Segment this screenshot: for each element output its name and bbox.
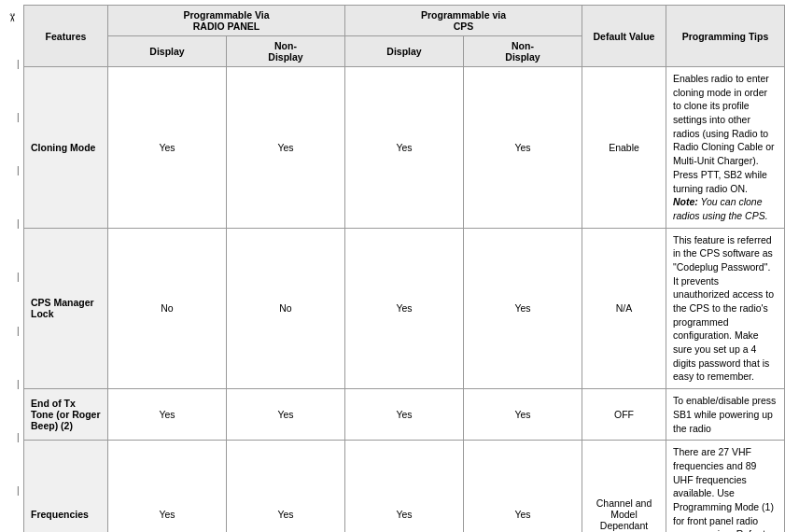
tips-main-0: Enables radio to enter cloning mode in o… — [673, 73, 775, 194]
feature-cell-3: Frequencies — [24, 441, 108, 532]
tips-main-2: To enable/disable press SB1 while poweri… — [673, 395, 776, 433]
cps-nondisplay-3: Yes — [464, 441, 582, 532]
radio-nondisplay-3: Yes — [227, 441, 345, 532]
radio-nondisplay-0: Yes — [227, 67, 345, 229]
cps-display-0: Yes — [345, 67, 464, 229]
table-row: FrequenciesYesYesYesYesChannel and Model… — [24, 441, 785, 532]
cps-nondisplay-1: Yes — [464, 228, 582, 389]
radio-display-0: Yes — [108, 67, 227, 229]
header-features: Features — [24, 6, 108, 67]
radio-display-2: Yes — [108, 389, 227, 441]
header-programmable-radio: Programmable Via RADIO PANEL — [108, 6, 345, 36]
cps-nondisplay-2: Yes — [464, 389, 582, 441]
dash-8: | — [17, 433, 20, 442]
radio-nondisplay-2: Yes — [227, 389, 345, 441]
feature-cell-0: Cloning Mode — [24, 67, 108, 229]
dash-1: | — [17, 60, 20, 69]
tips-cell-3: There are 27 VHF frequencies and 89 UHF … — [666, 441, 785, 532]
header-cps-nondisplay: Non- Display — [464, 36, 582, 67]
tips-cell-2: To enable/disable press SB1 while poweri… — [666, 389, 785, 441]
radio-display-1: No — [108, 228, 227, 389]
table-row: End of Tx Tone (or Roger Beep) (2)YesYes… — [24, 389, 785, 441]
tips-cell-0: Enables radio to enter cloning mode in o… — [666, 67, 785, 229]
dash-3: | — [17, 166, 20, 175]
table-wrapper: Features Programmable Via RADIO PANEL Pr… — [23, 5, 785, 532]
default-value-1: N/A — [582, 228, 666, 389]
dash-4: | — [17, 219, 20, 229]
cps-display-2: Yes — [345, 389, 464, 441]
scissors-icon: ✂ — [7, 13, 18, 22]
dash-2: | — [17, 113, 20, 122]
feature-cell-1: CPS Manager Lock — [24, 228, 108, 389]
header-programming-tips: Programming Tips — [666, 6, 785, 67]
features-table: Features Programmable Via RADIO PANEL Pr… — [23, 5, 785, 532]
default-value-2: OFF — [582, 389, 666, 441]
tips-main-3: There are 27 VHF frequencies and 89 UHF … — [673, 446, 778, 532]
dash-7: | — [17, 380, 20, 389]
default-value-0: Enable — [582, 67, 666, 229]
radio-display-3: Yes — [108, 441, 227, 532]
tips-note-label-0: Note: — [673, 196, 698, 207]
feature-cell-2: End of Tx Tone (or Roger Beep) (2) — [24, 389, 108, 441]
cps-nondisplay-0: Yes — [464, 67, 582, 229]
header-radio-nondisplay: Non- Display — [227, 36, 345, 67]
table-row: CPS Manager LockNoNoYesYesN/AThis featur… — [24, 228, 785, 389]
header-radio-display: Display — [108, 36, 227, 67]
default-value-3: Channel and Model Dependant — [582, 441, 666, 532]
left-dashes: | | | | | | | | | | — [17, 37, 20, 532]
header-default-value: Default Value — [582, 6, 666, 67]
table-row: Cloning ModeYesYesYesYesEnableEnables ra… — [24, 67, 785, 229]
dash-5: | — [17, 273, 20, 282]
header-programmable-cps: Programmable via CPS — [345, 6, 582, 36]
cps-display-1: Yes — [345, 228, 464, 389]
cut-marks: ✂ — [7, 0, 17, 532]
tips-main-1: This feature is referred in the CPS soft… — [673, 234, 774, 383]
dash-9: | — [17, 486, 20, 496]
radio-nondisplay-1: No — [227, 228, 345, 389]
header-cps-display: Display — [345, 36, 464, 67]
dash-6: | — [17, 327, 20, 336]
tips-cell-1: This feature is referred in the CPS soft… — [666, 228, 785, 389]
cps-display-3: Yes — [345, 441, 464, 532]
